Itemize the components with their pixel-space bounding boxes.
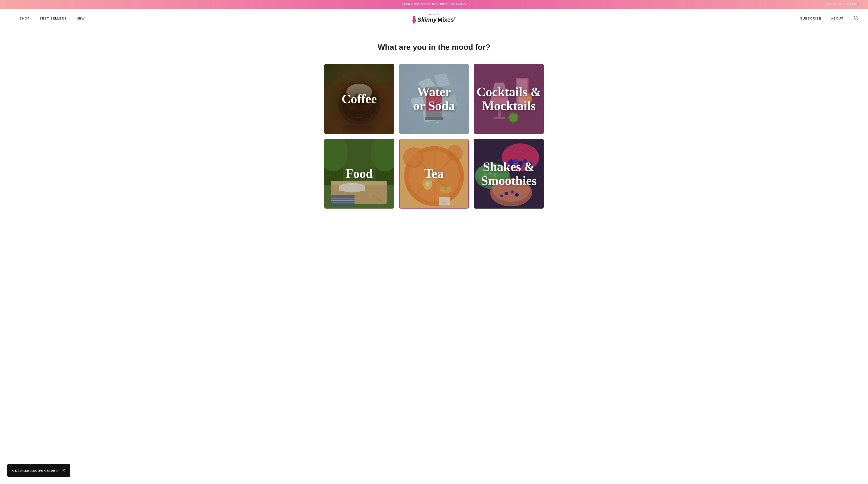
popup-close-button[interactable]: ✕ [62,468,65,473]
nav-about-link[interactable]: ABOUT [831,17,844,20]
cart-link[interactable]: CART 🛒 [847,3,861,6]
food-overlay: Food [324,139,394,209]
main-content: What are you in the mood for? [0,28,868,228]
popup-label[interactable]: GET FREE RECIPE GUIDE » [12,468,58,473]
category-card-cocktails[interactable]: Cocktails &Mocktails [474,64,544,134]
water-overlay: Wateror Soda [399,64,469,134]
svg-line-4 [857,19,858,20]
svg-point-0 [413,16,415,18]
top-right-links: ACCOUNT CART 🛒 [826,3,861,6]
banner-amount: $59 [414,2,420,6]
category-card-coffee[interactable]: Coffee [324,64,394,134]
nav-subscribe-link[interactable]: SUBSCRIBE [800,17,822,20]
water-label: Wateror Soda [411,83,458,115]
account-link[interactable]: ACCOUNT [826,3,842,6]
logo-tm: ® [454,17,456,20]
logo-brand-wrapper: Skinny Mixes® [412,16,456,24]
search-icon[interactable] [854,16,858,22]
tea-overlay: Tea [399,139,469,209]
banner-spend-text: SPEND [402,2,414,6]
logo-mixes: Mixes® [438,16,456,23]
nav-new-link[interactable]: NEW [76,17,85,20]
coffee-label: Coffee [339,90,379,108]
shakes-label: Shakes &Smoothies [478,157,539,190]
category-card-water-soda[interactable]: Wateror Soda [399,64,469,134]
banner-text: SPEND $59 MORE FOR FREE SHIPPING [5,2,863,6]
cart-icon: 🛒 [857,3,861,6]
logo-link[interactable]: Jordan's Skinny Mixes® [412,12,456,24]
category-card-tea[interactable]: Tea [399,139,469,209]
logo-wrapper: Jordan's Skinny Mixes® [412,12,456,24]
logo-figure-icon [412,16,416,24]
category-grid: Coffee [324,64,544,209]
food-label: Food [343,164,375,183]
banner-more-text: MORE FOR FREE SHIPPING [420,2,466,6]
tea-label: Tea [422,164,446,183]
cart-label: CART [847,3,856,6]
nav-links-left: SHOP BEST SELLERS NEW [20,17,85,20]
nav-links-right: SUBSCRIBE ABOUT [800,17,844,20]
shakes-overlay: Shakes &Smoothies [474,139,544,209]
cocktails-label: Cocktails &Mocktails [474,83,543,115]
logo-skinny: Skinny [417,16,437,23]
cocktails-overlay: Cocktails &Mocktails [474,64,544,134]
navbar: SHOP BEST SELLERS NEW Jordan's Skinny Mi… [0,9,868,28]
recipe-guide-popup[interactable]: GET FREE RECIPE GUIDE » ✕ [7,464,70,477]
category-card-food[interactable]: Food [324,139,394,209]
category-card-shakes[interactable]: Shakes &Smoothies [474,139,544,209]
nav-best-sellers-link[interactable]: BEST SELLERS [39,17,67,20]
nav-shop-link[interactable]: SHOP [20,17,30,20]
page-title: What are you in the mood for? [5,43,863,52]
logo-script-text: Jordan's [429,12,439,16]
coffee-overlay: Coffee [324,64,394,134]
top-banner: SPEND $59 MORE FOR FREE SHIPPING ACCOUNT… [0,0,868,9]
